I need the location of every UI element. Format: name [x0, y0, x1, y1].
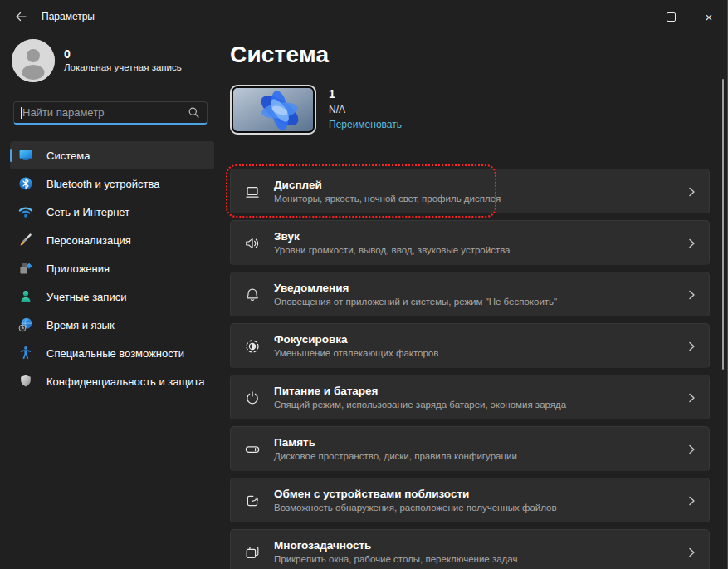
sidebar-item-accounts[interactable]: Учетные записи [10, 282, 214, 311]
device-model: N/A [329, 102, 402, 117]
settings-rows: Дисплей Мониторы, яркость, ночной свет, … [230, 169, 710, 569]
maximize-icon [667, 12, 676, 22]
back-button[interactable] [7, 4, 35, 29]
row-sound[interactable]: Звук Уровни громкости, вывод, ввод, звук… [230, 220, 710, 266]
chevron-right-icon [687, 547, 696, 558]
display-icon [244, 184, 261, 200]
account-type: Локальная учетная запись [64, 61, 182, 74]
row-subtitle: Возможность обнаружения, расположение по… [274, 502, 557, 514]
minimize-icon [628, 17, 637, 17]
scrollbar[interactable] [722, 79, 724, 370]
main-content: Система 1 N/A [224, 33, 728, 569]
sidebar-item-accessibility[interactable]: Специальные возможности [10, 339, 214, 367]
row-title: Многозадачность [274, 538, 517, 552]
sidebar-item-label: Сеть и Интернет [46, 206, 129, 218]
row-display[interactable]: Дисплей Мониторы, яркость, ночной свет, … [230, 169, 710, 214]
search-box [13, 101, 208, 125]
row-title: Уведомления [274, 281, 557, 295]
selection-indicator [10, 149, 12, 162]
row-title: Питание и батарея [274, 384, 566, 398]
sidebar-item-label: Время и язык [46, 319, 115, 331]
minimize-button[interactable] [613, 0, 652, 33]
row-subtitle: Спящий режим, использование заряда батар… [274, 399, 566, 411]
bluetooth-icon [18, 176, 33, 191]
row-subtitle: Дисковое пространство, диски, правила ко… [274, 450, 517, 463]
account-name: 0 [64, 47, 182, 61]
row-subtitle: Уровни громкости, вывод, ввод, звуковые … [274, 244, 511, 257]
sidebar-item-system[interactable]: Система [10, 141, 214, 169]
sidebar-item-apps[interactable]: Приложения [10, 254, 214, 282]
apps-icon [18, 261, 33, 276]
rename-link[interactable]: Переименовать [329, 117, 402, 133]
sidebar: 0 Локальная учетная запись Система [0, 33, 224, 569]
row-nearby-sharing[interactable]: Обмен с устройствами поблизости Возможно… [230, 478, 710, 523]
app-title: Параметры [42, 11, 95, 22]
sidebar-nav: Система Bluetooth и устройства Сеть и Ин… [0, 141, 224, 395]
device-thumbnail [230, 85, 316, 135]
focus-icon [244, 338, 261, 355]
privacy-icon [18, 374, 33, 389]
close-button[interactable]: × [690, 0, 728, 33]
windows-bloom-wallpaper [233, 88, 313, 131]
text-caret [21, 107, 22, 119]
row-title: Дисплей [274, 178, 501, 192]
row-title: Память [274, 435, 517, 449]
maximize-button[interactable] [652, 0, 690, 33]
sidebar-item-time-language[interactable]: Время и язык [10, 311, 214, 339]
chevron-right-icon [687, 289, 696, 301]
row-subtitle: Мониторы, яркость, ночной свет, профиль … [274, 193, 501, 205]
page-title: Система [230, 42, 329, 68]
chevron-right-icon [687, 444, 696, 455]
nearby-share-icon [244, 493, 261, 509]
chevron-right-icon [687, 238, 696, 249]
search-input[interactable] [13, 101, 208, 125]
notifications-icon [244, 287, 261, 303]
device-name: 1 [329, 86, 402, 102]
sound-icon [244, 235, 261, 252]
sidebar-item-label: Учетные записи [46, 291, 126, 303]
row-title: Фокусировка [274, 332, 438, 346]
row-subtitle: Оповещения от приложений и системы, режи… [274, 296, 557, 308]
time-language-icon [18, 317, 33, 332]
row-title: Обмен с устройствами поблизости [274, 487, 557, 501]
network-icon [18, 204, 33, 219]
row-storage[interactable]: Память Дисковое пространство, диски, пра… [230, 426, 710, 472]
row-subtitle: Прикрепить окна, рабочие столы, переключ… [274, 553, 517, 566]
close-icon: × [706, 11, 713, 23]
row-subtitle: Уменьшение отвлекающих факторов [274, 347, 438, 360]
chevron-right-icon [687, 495, 696, 507]
sidebar-item-label: Bluetooth и устройства [46, 178, 159, 190]
sidebar-item-label: Система [46, 150, 90, 162]
sidebar-item-bluetooth-devices[interactable]: Bluetooth и устройства [10, 169, 214, 198]
chevron-right-icon [687, 392, 696, 404]
accessibility-icon [18, 346, 33, 361]
titlebar: Параметры × [0, 0, 728, 33]
person-icon [12, 39, 55, 82]
sidebar-item-label: Приложения [46, 262, 110, 275]
sidebar-item-label: Конфиденциальность и защита [46, 375, 205, 388]
personalization-icon [18, 233, 33, 248]
row-focus[interactable]: Фокусировка Уменьшение отвлекающих факто… [230, 323, 710, 369]
device-card: 1 N/A Переименовать [230, 85, 402, 135]
back-arrow-icon [14, 10, 27, 23]
avatar [12, 39, 55, 82]
sidebar-item-label: Персонализация [46, 234, 131, 247]
chevron-right-icon [687, 341, 696, 352]
system-icon [18, 148, 33, 163]
row-multitasking[interactable]: Многозадачность Прикрепить окна, рабочие… [230, 529, 710, 569]
row-notifications[interactable]: Уведомления Оповещения от приложений и с… [230, 272, 710, 317]
search-icon [188, 106, 200, 119]
multitasking-icon [244, 544, 261, 561]
row-power-battery[interactable]: Питание и батарея Спящий режим, использо… [230, 375, 710, 420]
sidebar-item-network-internet[interactable]: Сеть и Интернет [10, 198, 214, 226]
power-icon [244, 390, 261, 406]
sidebar-item-label: Специальные возможности [46, 347, 184, 360]
sidebar-item-privacy-security[interactable]: Конфиденциальность и защита [10, 367, 214, 395]
account-card[interactable]: 0 Локальная учетная запись [12, 39, 182, 82]
row-title: Звук [274, 229, 511, 243]
chevron-right-icon [687, 186, 696, 198]
window-controls: × [613, 0, 728, 33]
accounts-icon [18, 289, 33, 304]
sidebar-item-personalization[interactable]: Персонализация [10, 226, 214, 254]
storage-icon [244, 441, 261, 458]
